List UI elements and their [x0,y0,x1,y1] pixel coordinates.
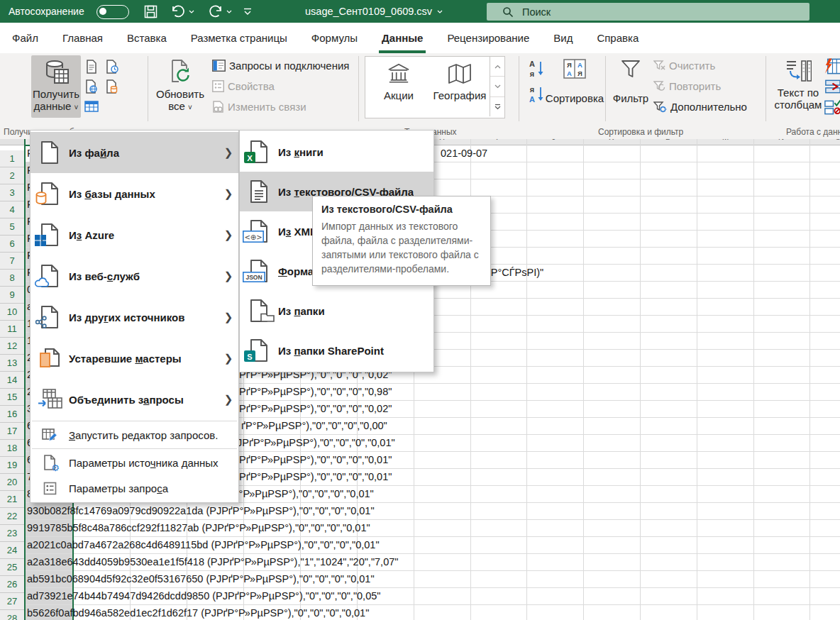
submenu-arrow-icon: ❯ [219,352,238,365]
submenu-arrow-icon: ❯ [219,270,238,282]
menu-item-query-options[interactable]: Параметры запроса [31,475,238,501]
sort-button[interactable]: ЯААЯ Сортировка [548,55,602,118]
from-web-button[interactable] [82,77,101,96]
cell-text: РґР°Р»РµРЅР°),"0","0","0","0,01" [239,451,392,468]
submenu-item-from-sharepoint-folder[interactable]: S Из папки SharePoint [240,331,433,370]
submenu-arrow-icon: ❯ [219,311,238,323]
svg-text:А: А [529,95,535,104]
gallery-down-button[interactable] [490,77,504,96]
data-type-geography[interactable]: География [431,58,489,115]
column-letter[interactable]: I [496,139,498,144]
menu-item-from-azure[interactable]: Из Azure ❯ [31,214,238,255]
from-database-small-button[interactable] [103,77,121,96]
qat-customize-button[interactable] [243,0,252,23]
menu-item-from-database[interactable]: Из базы данных ❯ [31,173,238,214]
submenu-arrow-icon: ❯ [219,146,238,159]
data-type-stocks[interactable]: Акции [370,58,428,115]
properties-button[interactable]: Свойства [212,80,275,92]
tab-home[interactable]: Главная [50,23,115,53]
column-letter[interactable]: N [778,139,784,144]
menu-item-combine-queries[interactable]: Объединить запросы ❯ [31,379,238,420]
grid-row[interactable]: 930b082f8fc14769a0979cd90922a1da (РЈРґР°… [0,502,840,519]
cell-text: 930b082f8fc14769a0979cd90922a1da (РЈРґР°… [27,502,375,519]
column-letter[interactable]: M [722,139,729,144]
save-button[interactable] [144,0,158,23]
column-letter[interactable]: J [552,139,556,144]
svg-text:Я: Я [567,61,572,69]
undo-button[interactable] [170,0,194,23]
tab-data[interactable]: Данные [370,23,435,53]
tab-insert[interactable]: Вставка [115,23,179,53]
svg-text:X: X [247,154,253,162]
tab-help[interactable]: Справка [585,23,651,53]
column-letter[interactable]: O [835,139,840,144]
get-data-button[interactable]: Получить данные ˅ [31,55,81,118]
menu-item-from-file[interactable]: Из файла ❯ [31,132,238,173]
tab-page-layout[interactable]: Разметка страницы [179,23,299,53]
more-commands-icon [243,8,252,16]
reapply-filter-button[interactable]: Повторить [653,80,721,92]
edit-links-button[interactable]: Изменить связи [212,101,306,113]
grid-row[interactable]: b5626f0afbd946a582ed1ec2f1d62f17 (РЈРґР°… [0,604,840,620]
file-icon [31,140,69,165]
toggle-knob [99,8,106,15]
submenu-item-from-workbook[interactable]: X Из книги [240,132,433,172]
gallery-up-button[interactable] [490,57,504,77]
search-input[interactable]: Поиск [487,3,809,21]
sort-descending-button[interactable]: яА [526,84,547,105]
menu-item-launch-query-editor[interactable]: Запустить редактор запросов... [31,422,238,448]
advanced-filter-button[interactable]: Дополнительно [653,101,747,113]
grid-row[interactable]: a2021c0abd7a4672a268c4d6489115bd (РЈРґР°… [0,536,840,553]
filter-button[interactable]: Фильтр [609,55,653,118]
search-icon [502,6,514,18]
refresh-all-icon [168,59,192,87]
tooltip-from-text-csv: Из текстового/CSV-файла Импорт данных из… [312,196,491,286]
grid-row[interactable]: ad73921e74b44b74947d9426dcdd9850 (РЈРґР°… [0,587,840,604]
menu-item-from-online-services[interactable]: Из веб-служб ❯ [31,255,238,297]
menu-item-from-other-sources[interactable]: Из других источников ❯ [31,297,238,338]
autosave-toggle[interactable] [96,5,129,19]
tab-review[interactable]: Рецензирование [435,23,541,53]
tab-file[interactable]: Файл [0,23,50,53]
text-to-columns-button[interactable]: Текст по столбцам [770,55,826,118]
excel-window: Автосохранение usage_Сент0109_0609.csv П… [0,0,840,620]
from-table-range-button[interactable] [82,97,101,116]
queries-connections-button[interactable]: Запросы и подключения [212,60,349,72]
share-nodes-file-icon [39,305,60,329]
svg-text:я: я [530,85,534,94]
column-letter[interactable]: K [609,139,614,144]
title-bar: Автосохранение usage_Сент0109_0609.csv П… [0,0,840,23]
data-validation-button[interactable] [823,98,840,116]
grid-row[interactable]: a2a318e643dd4059b9530ea1e1f5f418 (РЈРґР°… [0,553,840,570]
from-text-csv-small-button[interactable] [82,57,101,76]
column-letter[interactable]: L [665,139,670,144]
remove-duplicates-icon [823,78,840,95]
combine-queries-icon [37,388,62,411]
properties-icon [212,80,224,92]
submenu-arrow-icon: ❯ [219,187,238,200]
submenu-item-from-folder[interactable]: Из папки [240,291,433,331]
clear-filter-button[interactable]: Очистить [653,60,715,72]
menu-item-data-source-settings[interactable]: ⚙ Параметры источника данных... [31,450,238,475]
gallery-more-button[interactable] [490,97,504,116]
grid-row[interactable]: ab591bc068904d5f92c32e0f53167650 (РЈРґР°… [0,570,840,587]
cloud-file-icon [39,264,60,288]
refresh-all-button[interactable]: Обновить все ˅ [152,55,209,118]
flash-fill-button[interactable] [823,57,840,75]
tab-view[interactable]: Вид [541,23,585,53]
cell-text: ad73921e74b44b74947d9426dcdd9850 (РЈРґР°… [27,587,380,604]
clear-filter-icon [653,60,665,71]
svg-text:я: я [530,70,534,78]
sort-ascending-button[interactable]: Ая [526,58,547,79]
menu-item-legacy-wizards[interactable]: Устаревшие мастеры ❯ [31,338,238,379]
grid-row[interactable]: 9919785b5f8c48a786ccf292f11827ab (РЈРґР°… [0,519,840,536]
excel-workbook-icon: X [248,140,270,164]
tab-formulas[interactable]: Формулы [299,23,370,53]
chevron-down-icon [189,10,194,13]
remove-duplicates-button[interactable] [823,77,840,96]
svg-text:А: А [578,61,582,69]
window-title[interactable]: usage_Сент0109_0609.csv [305,0,443,23]
column-letter[interactable]: H [439,139,445,144]
redo-button[interactable] [208,0,232,23]
recent-sources-button[interactable] [103,57,121,76]
